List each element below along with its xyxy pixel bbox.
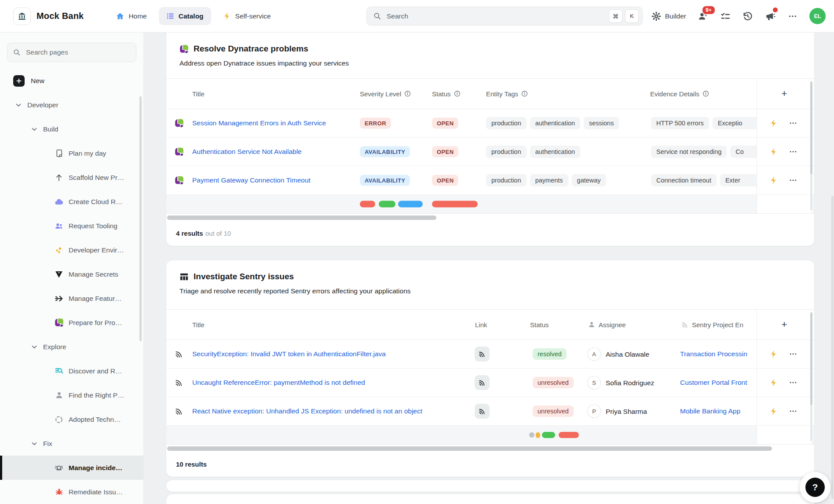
problem-title-link[interactable]: Authentication Service Not Available (192, 148, 302, 155)
row-menu-icon[interactable] (789, 176, 797, 185)
row-menu-icon[interactable] (789, 407, 797, 416)
column-title[interactable]: Title (192, 90, 205, 98)
sidebar-item-discover-and-research[interactable]: Discover and R… (0, 359, 143, 383)
org-logo[interactable] (13, 7, 31, 25)
widget-title: Investigate Sentry issues (194, 272, 294, 281)
sidebar-item-prepare-for-production[interactable]: Prepare for Pro… (0, 310, 143, 335)
status-badge: OPEN (432, 146, 458, 157)
dynatrace-icon (175, 147, 184, 157)
row-menu-icon[interactable] (789, 119, 797, 128)
issue-title-link[interactable]: React Native exception: Unhandled JS Exc… (192, 407, 422, 415)
sidebar-group-fix[interactable]: Fix (0, 431, 143, 456)
column-entity-tags[interactable]: Entity Tags (486, 90, 518, 98)
table-horizontal-scrollbar (166, 445, 814, 455)
sidebar-item-manage-secrets[interactable]: Manage Secrets (0, 262, 143, 286)
row-menu-icon[interactable] (789, 350, 797, 358)
nav-catalog[interactable]: Catalog (159, 7, 211, 25)
sidebar-item-scaffold-new-project[interactable]: Scaffold New Pr… (0, 165, 143, 190)
run-action-bolt-icon[interactable] (769, 119, 778, 128)
more-menu-button[interactable] (787, 11, 798, 22)
main-content: Resolve Dynatrace problems Address open … (144, 33, 834, 504)
table-row[interactable]: React Native exception: Unhandled JS Exc… (166, 397, 814, 426)
run-action-bolt-icon[interactable] (769, 407, 778, 416)
table-vertical-scrollbar-thumb[interactable] (810, 82, 812, 174)
sentry-icon (175, 407, 183, 416)
dynatrace-icon (175, 119, 184, 128)
table-row[interactable]: Authentication Service Not Available AVA… (166, 138, 814, 166)
add-column-button[interactable]: + (757, 79, 812, 109)
cmd-keycap: ⌘ (609, 9, 622, 23)
problem-title-link[interactable]: Payment Gateway Connection Timeout (192, 176, 311, 184)
sidebar-group-developer[interactable]: Developer (0, 93, 143, 117)
info-icon[interactable] (404, 91, 411, 97)
sidebar-item-adopted-technologies[interactable]: Adopted Techn… (0, 407, 143, 431)
builder-button[interactable]: Builder (651, 11, 686, 21)
project-link[interactable]: Mobile Banking App (680, 407, 740, 415)
nav-home[interactable]: Home (108, 7, 154, 26)
history-button[interactable] (742, 11, 754, 22)
info-icon[interactable] (521, 91, 528, 97)
widget-description: Address open Dynatrace issues impacting … (179, 59, 804, 67)
run-action-bolt-icon[interactable] (769, 350, 778, 358)
issue-title-link[interactable]: Uncaught ReferenceError: paymentMethod i… (192, 379, 365, 386)
invite-user-button[interactable]: 9+ (697, 11, 709, 22)
table-row[interactable]: Payment Gateway Connection Timeout AVAIL… (166, 166, 814, 195)
catalog-list-icon (166, 12, 175, 20)
table-row[interactable]: Session Management Errors in Auth Servic… (166, 109, 814, 138)
run-action-bolt-icon[interactable] (769, 378, 778, 387)
sidebar-item-developer-environments[interactable]: Developer Envir… (0, 238, 143, 262)
nav-self-service[interactable]: Self-service (216, 7, 278, 25)
add-column-button[interactable]: + (757, 310, 812, 340)
sidebar-search-input[interactable] (25, 48, 131, 57)
status-badge: OPEN (432, 175, 458, 186)
info-icon[interactable] (454, 91, 461, 97)
column-status[interactable]: Status (530, 321, 549, 329)
project-link[interactable]: Customer Portal Front (680, 379, 747, 386)
search-icon (13, 48, 21, 56)
scrollbar-thumb[interactable] (167, 215, 436, 220)
user-avatar[interactable]: EL (809, 8, 826, 24)
sentry-link-button[interactable] (475, 404, 490, 419)
sidebar-item-manage-incidents[interactable]: Manage incide… (0, 456, 143, 480)
sidebar-new-button[interactable]: New (0, 69, 143, 93)
run-action-bolt-icon[interactable] (769, 176, 778, 185)
page-scrollbar[interactable] (831, 196, 834, 499)
tasks-button[interactable] (720, 11, 731, 22)
sentry-link-button[interactable] (475, 375, 490, 390)
row-menu-icon[interactable] (789, 378, 797, 387)
global-search[interactable]: ⌘ K (366, 7, 643, 26)
problem-title-link[interactable]: Session Management Errors in Auth Servic… (192, 119, 326, 127)
sidebar-scrollbar[interactable] (139, 96, 142, 341)
table-row[interactable]: Uncaught ReferenceError: paymentMethod i… (166, 369, 814, 397)
column-evidence-details[interactable]: Evidence Details (650, 90, 699, 98)
sidebar-item-find-the-right-person[interactable]: Find the Right P… (0, 383, 143, 407)
sentry-link-button[interactable] (475, 347, 490, 362)
column-severity[interactable]: Severity Level (360, 90, 401, 98)
help-button[interactable]: ? (800, 472, 830, 503)
table-vertical-scrollbar-thumb[interactable] (810, 313, 812, 405)
sidebar-item-remediate-issues[interactable]: Remediate Issu… (0, 480, 143, 504)
sidebar-group-explore[interactable]: Explore (0, 335, 143, 359)
column-status[interactable]: Status (432, 90, 451, 98)
sidebar-item-plan-my-day[interactable]: Plan my day (0, 141, 143, 165)
sidebar-item-request-tooling[interactable]: Request Tooling (0, 214, 143, 238)
column-title[interactable]: Title (192, 321, 205, 329)
search-input[interactable] (386, 12, 606, 21)
sidebar-item-create-cloud-resource[interactable]: Create Cloud R… (0, 190, 143, 214)
sidebar-group-build[interactable]: Build (0, 117, 143, 141)
info-icon[interactable] (702, 91, 709, 97)
row-menu-icon[interactable] (789, 147, 797, 156)
sidebar-item-manage-features[interactable]: Manage Featur… (0, 286, 143, 310)
announcements-button[interactable] (764, 11, 776, 22)
issue-title-link[interactable]: SecurityException: Invalid JWT token in … (192, 350, 386, 358)
table-row[interactable]: SecurityException: Invalid JWT token in … (166, 340, 814, 369)
scrollbar-thumb[interactable] (167, 446, 772, 451)
project-link[interactable]: Transaction Processin (680, 350, 747, 358)
run-action-bolt-icon[interactable] (769, 147, 778, 156)
severity-badge: AVAILABILITY (360, 175, 410, 186)
table-columns-icon (179, 272, 189, 281)
column-link[interactable]: Link (475, 321, 487, 329)
column-assignee[interactable]: Assignee (599, 321, 626, 329)
column-sentry-project[interactable]: Sentry Project En (692, 321, 743, 329)
sidebar-search[interactable] (7, 43, 136, 62)
